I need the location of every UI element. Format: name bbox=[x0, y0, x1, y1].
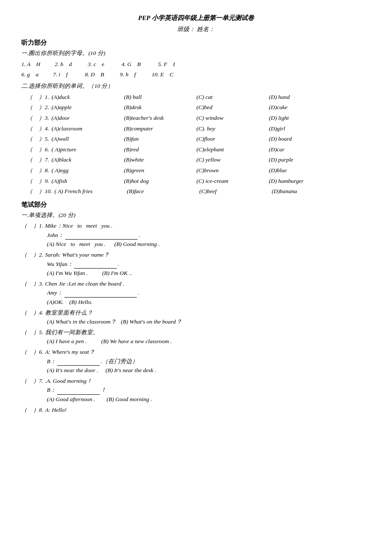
q-paren: （ ） bbox=[21, 279, 39, 289]
listening-part1-label: 一.圈出你所听到的字母。(10 分) bbox=[21, 49, 371, 58]
choice-d: (D) hand bbox=[269, 92, 311, 102]
question-8: （ ） 8. A: Hello! bbox=[21, 405, 371, 415]
listening-part2-items: （ ） 1. (A)duck (B) ball (C) cat (D) hand… bbox=[21, 92, 371, 196]
choice-b: (B)teacher's desk bbox=[124, 113, 196, 123]
q-paren: （ ） bbox=[21, 308, 39, 318]
paren: （ ） bbox=[26, 103, 45, 112]
choice-d: (D) purple bbox=[269, 155, 311, 165]
choice-a: (A)apple bbox=[52, 103, 124, 112]
choice-a: (A)door bbox=[52, 113, 124, 123]
writing-section: 笔试部分 一.单项选择。(20 分) （ ） 1. Mike：Nice to m… bbox=[21, 199, 371, 414]
paren: （ ） bbox=[26, 145, 45, 154]
question-2: （ ） 2. Sarah: What's your name？ Wu Yifan… bbox=[21, 250, 371, 278]
item-num: 1. bbox=[45, 92, 49, 102]
choice-d: (D)banana bbox=[272, 187, 314, 196]
question-5: （ ） 5. 我们有一间新教室。 (A) I have a pen . (B) … bbox=[21, 328, 371, 346]
choice-a: ( A)egg bbox=[52, 166, 124, 175]
choice-a: (A)black bbox=[52, 155, 124, 165]
choice-b: (B) ball bbox=[124, 92, 196, 102]
choice-b: (B)face bbox=[127, 187, 199, 196]
choice-c: (C) window bbox=[196, 113, 269, 123]
list-item: （ ） 4. (A)classroom (B)computer (C). boy… bbox=[21, 124, 371, 133]
q-num: 8. bbox=[39, 405, 43, 415]
choice-b: (B)green bbox=[124, 166, 196, 175]
item-num: 3. bbox=[45, 113, 49, 123]
choice-c: (C) ice-cream bbox=[196, 176, 269, 186]
q-num: 4. bbox=[39, 308, 43, 318]
choice-c: (C) cat bbox=[196, 92, 269, 102]
choice-d: (D)blue bbox=[269, 166, 311, 175]
item-num: 5. bbox=[45, 134, 49, 144]
q-num: 1. bbox=[39, 221, 43, 231]
choice-c: (C)elephant bbox=[196, 145, 269, 154]
choice-d: (D) board bbox=[269, 134, 311, 144]
choice-d: (D) hamburger bbox=[269, 176, 311, 186]
item-num: 6. bbox=[45, 145, 49, 154]
paren: （ ） bbox=[26, 92, 45, 102]
listening-section: 听力部分 一.圈出你所听到的字母。(10 分) 1. A H 2. b d 3.… bbox=[21, 38, 371, 196]
list-item: （ ） 7. (A)black (B)white (C) yellow (D) … bbox=[21, 155, 371, 165]
q-paren: （ ） bbox=[21, 347, 39, 357]
item-num: 9. bbox=[45, 176, 49, 186]
writing-title: 笔试部分 bbox=[21, 199, 371, 210]
choice-b: (B)computer bbox=[124, 124, 196, 133]
list-item: （ ） 3. (A)door (B)teacher's desk (C) win… bbox=[21, 113, 371, 123]
paren: （ ） bbox=[26, 155, 45, 165]
writing-part1-label: 一.单项选择。(20 分) bbox=[21, 211, 371, 220]
list-item: （ ） 9. (A)fish (B)hot dog (C) ice-cream … bbox=[21, 176, 371, 186]
choice-a: ( A)picture bbox=[52, 145, 124, 154]
list-item: （ ） 2. (A)apple (B)desk (C)bed (D)cake bbox=[21, 103, 371, 112]
list-item: （ ） 6. ( A)picture (B)red (C)elephant (D… bbox=[21, 145, 371, 154]
list-item: （ ） 5. (A)wall (B)fan (C)floor (D) board bbox=[21, 134, 371, 144]
choice-b: (B)white bbox=[124, 155, 196, 165]
choice-b: (B)fan bbox=[124, 134, 196, 144]
item-num: 8. bbox=[45, 166, 49, 175]
q-paren: （ ） bbox=[21, 328, 39, 337]
choice-d: (D)cake bbox=[269, 103, 311, 112]
choice-a: (A)wall bbox=[52, 134, 124, 144]
listening-part2-label: 二.选择你所听到的单词。（10 分） bbox=[21, 81, 371, 91]
paren: （ ） bbox=[26, 113, 45, 123]
choice-c: (C). boy bbox=[196, 124, 269, 133]
choice-d: (D)girl bbox=[269, 124, 311, 133]
question-7: （ ） 7. .A. Good morning！ B：！ (A) Good af… bbox=[21, 376, 371, 404]
item-num: 2. bbox=[45, 103, 49, 112]
listening-title: 听力部分 bbox=[21, 38, 371, 48]
choice-c: (C)brown bbox=[196, 166, 269, 175]
q-num: 5. bbox=[39, 328, 43, 337]
listening-part1-row1: 1. A H 2. b d 3. c e 4. G B 5. F I bbox=[21, 60, 371, 69]
paren: （ ） bbox=[26, 187, 45, 196]
list-item: （ ） 10. ( A) French fries (B)face (C)bee… bbox=[21, 187, 371, 196]
question-3: （ ） 3. Chen Jie :Let me clean the board … bbox=[21, 279, 371, 307]
q-num: 6. bbox=[39, 347, 43, 357]
item-num: 7. bbox=[45, 155, 49, 165]
q-paren: （ ） bbox=[21, 405, 39, 415]
choice-c: (C)bed bbox=[196, 103, 269, 112]
item-num: 4. bbox=[45, 124, 49, 133]
q-paren: （ ） bbox=[21, 250, 39, 260]
q-num: 2. bbox=[39, 250, 43, 260]
choice-a: (A)classroom bbox=[52, 124, 124, 133]
question-4: （ ） 4. 教室里面有什么？ (A) What's in the classr… bbox=[21, 308, 371, 327]
list-item: （ ） 8. ( A)egg (B)green (C)brown (D)blue bbox=[21, 166, 371, 175]
item-num: 10. bbox=[45, 187, 52, 196]
paren: （ ） bbox=[26, 124, 45, 133]
choice-a: ( A) French fries bbox=[55, 187, 127, 196]
paren: （ ） bbox=[26, 176, 45, 186]
q-paren: （ ） bbox=[21, 376, 39, 386]
list-item: （ ） 1. (A)duck (B) ball (C) cat (D) hand bbox=[21, 92, 371, 102]
choice-b: (B)red bbox=[124, 145, 196, 154]
question-6: （ ） 6. A: Where's my seat？ B：.（在门旁边） (A)… bbox=[21, 347, 371, 375]
q-paren: （ ） bbox=[21, 221, 39, 231]
subtitle: 班级： 姓名： bbox=[21, 25, 371, 34]
choice-c: (C) yellow bbox=[196, 155, 269, 165]
choice-b: (B)hot dog bbox=[124, 176, 196, 186]
q-num: 3. bbox=[39, 279, 43, 289]
q-num: 7. bbox=[39, 376, 43, 386]
choice-c: (C)beef bbox=[199, 187, 272, 196]
choice-d: (D) light bbox=[269, 113, 311, 123]
page-title: PEP 小学英语四年级上册第一单元测试卷 bbox=[21, 13, 371, 23]
choice-c: (C)floor bbox=[196, 134, 269, 144]
listening-part1-row2: 6. g a 7. i f 8. D B 9. h f 10. E C bbox=[21, 70, 371, 79]
question-1: （ ） 1. Mike：Nice to meet you . John：. (A… bbox=[21, 221, 371, 249]
